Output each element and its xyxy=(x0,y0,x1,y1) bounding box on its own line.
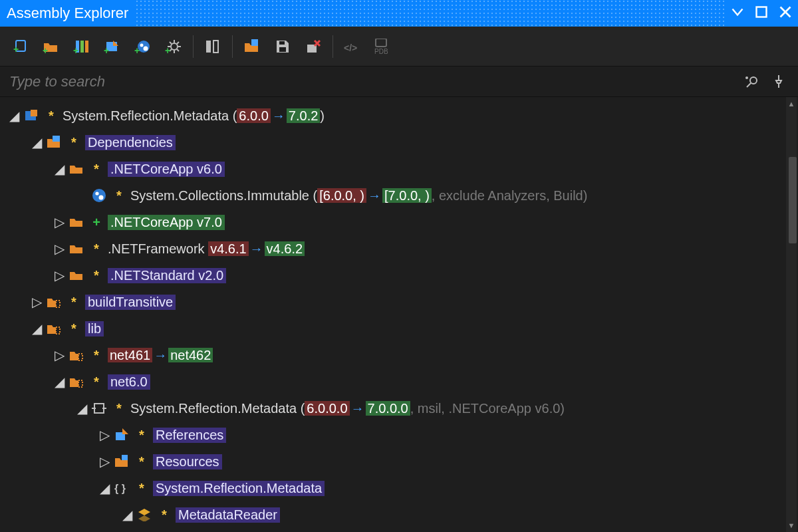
collapse-icon[interactable]: ◢ xyxy=(31,323,43,334)
tree-view[interactable]: ▲ ▼ ◢ * System.Reflection.Metadata (6.0.… xyxy=(0,97,798,532)
folder-icon xyxy=(69,241,84,256)
modified-marker: * xyxy=(68,295,80,310)
collapse-icon[interactable]: ◢ xyxy=(31,136,43,148)
folder-node[interactable]: ◢ * lib xyxy=(4,315,798,342)
svg-point-39 xyxy=(92,189,106,202)
save-button[interactable] xyxy=(271,35,294,58)
collapse-icon[interactable]: ◢ xyxy=(121,509,133,521)
package-node[interactable]: ◢ * System.Reflection.Metadata (6.0.0→7.… xyxy=(4,102,798,129)
maximize-icon[interactable] xyxy=(755,5,767,22)
assembly-icon xyxy=(92,401,106,416)
svg-text:PDB: PDB xyxy=(374,48,388,55)
close-icon[interactable] xyxy=(779,5,791,22)
toolbar-separator xyxy=(232,35,233,58)
folder-icon xyxy=(69,215,84,229)
toolbar-separator xyxy=(332,35,333,58)
modified-marker: * xyxy=(68,321,80,336)
assembly-node[interactable]: ◢ * System.Reflection.Metadata (6.0.0.0→… xyxy=(4,395,798,422)
dropdown-icon[interactable] xyxy=(732,5,743,22)
pin-icon[interactable] xyxy=(769,72,789,92)
resources-node[interactable]: ▷ * Resources xyxy=(4,448,798,475)
title-bar: Assembly Explorer xyxy=(0,0,798,27)
add-file-button[interactable]: + xyxy=(9,35,32,58)
svg-rect-42 xyxy=(94,404,104,413)
svg-rect-5 xyxy=(80,41,84,53)
class-icon xyxy=(137,507,152,522)
collapse-icon[interactable]: ◢ xyxy=(8,110,20,122)
expand-icon[interactable]: ▷ xyxy=(98,456,110,467)
folder-icon xyxy=(69,268,84,283)
add-settings-button[interactable]: + xyxy=(162,35,185,58)
dependency-item[interactable]: · * System.Collections.Immutable ([6.0.0… xyxy=(4,182,798,209)
svg-text:+: + xyxy=(73,45,78,54)
framework-node[interactable]: ◢ * .NETCoreApp v6.0 xyxy=(4,156,798,182)
xml-doc-button[interactable]: </> xyxy=(341,35,364,58)
collapse-icon[interactable]: ◢ xyxy=(53,376,65,388)
type-node[interactable]: ◢ * MetadataReader xyxy=(4,501,798,528)
modified-marker: * xyxy=(136,481,148,496)
node-label: System.Collections.Immutable ([6.0.0, )→… xyxy=(130,188,587,203)
svg-text:</>: </> xyxy=(344,43,357,53)
folder-split-icon xyxy=(47,321,61,336)
target-framework-node[interactable]: ▷ * net461→net462 xyxy=(4,342,798,368)
search-bar xyxy=(0,66,798,97)
titlebar-drag-region[interactable] xyxy=(135,0,725,27)
expand-icon[interactable]: ▷ xyxy=(31,296,43,308)
references-node[interactable]: ▷ * References xyxy=(4,422,798,448)
expand-icon[interactable]: ▷ xyxy=(53,243,65,255)
target-framework-node[interactable]: ◢ * net6.0 xyxy=(4,368,798,395)
node-label: .NETStandard v2.0 xyxy=(108,268,226,283)
add-folder-button[interactable]: + xyxy=(40,35,63,58)
svg-text:+: + xyxy=(13,44,19,54)
framework-node[interactable]: ▷ * .NETStandard v2.0 xyxy=(4,262,798,289)
svg-text:{ }: { } xyxy=(114,483,126,494)
node-label: Dependencies xyxy=(85,135,176,150)
collapse-icon[interactable]: ◢ xyxy=(76,402,88,414)
dependencies-node[interactable]: ◢ * Dependencies xyxy=(4,129,798,156)
svg-point-41 xyxy=(99,196,104,200)
modified-marker: * xyxy=(113,188,125,203)
modified-marker: * xyxy=(113,401,125,416)
scroll-down-icon[interactable]: ▼ xyxy=(786,520,797,531)
svg-point-40 xyxy=(95,192,98,195)
pdb-button[interactable]: PDB xyxy=(372,35,394,58)
svg-rect-37 xyxy=(31,110,37,116)
expand-icon[interactable]: ▷ xyxy=(53,349,65,361)
svg-point-14 xyxy=(171,43,178,50)
add-reference-button[interactable]: + xyxy=(101,35,124,58)
node-label: System.Reflection.Metadata (6.0.0→7.0.2) xyxy=(63,108,325,124)
framework-node[interactable]: ▷ * .NETFramework v4.6.1→v4.6.2 xyxy=(4,235,798,262)
scrollbar-thumb[interactable] xyxy=(789,157,797,243)
node-label: System.Reflection.Metadata xyxy=(153,481,325,496)
collapse-icon[interactable]: ◢ xyxy=(98,482,110,494)
framework-node[interactable]: ▷ + .NETCoreApp v7.0 xyxy=(4,209,798,235)
expand-icon[interactable]: ▷ xyxy=(53,269,65,281)
svg-line-20 xyxy=(177,49,179,51)
collapse-icon[interactable]: ◢ xyxy=(53,163,65,175)
folder-link-icon xyxy=(47,135,61,150)
expand-icon[interactable]: ▷ xyxy=(98,429,110,441)
svg-rect-27 xyxy=(279,47,286,52)
node-label: net461→net462 xyxy=(108,348,213,363)
add-nuget-button[interactable]: + xyxy=(132,35,154,58)
search-options-icon[interactable] xyxy=(742,72,762,92)
resources-icon xyxy=(114,454,129,469)
node-label: net6.0 xyxy=(108,374,150,390)
export-button[interactable] xyxy=(241,35,263,58)
scroll-up-icon[interactable]: ▲ xyxy=(786,98,797,109)
add-library-button[interactable]: + xyxy=(70,35,93,58)
search-input[interactable] xyxy=(9,73,735,90)
remove-button[interactable] xyxy=(302,35,325,58)
svg-line-34 xyxy=(747,83,751,87)
modified-marker: * xyxy=(90,162,102,177)
svg-text:+: + xyxy=(43,45,48,54)
svg-rect-24 xyxy=(206,41,211,53)
panel-toggle-button[interactable] xyxy=(201,35,224,58)
expand-icon[interactable]: ▷ xyxy=(53,216,65,228)
nuget-icon xyxy=(92,188,106,203)
folder-node[interactable]: ▷ * buildTransitive xyxy=(4,289,798,315)
svg-rect-38 xyxy=(53,136,60,142)
folder-split-icon xyxy=(69,374,84,389)
namespace-node[interactable]: ◢ { } * System.Reflection.Metadata xyxy=(4,475,798,501)
package-icon xyxy=(24,108,39,123)
